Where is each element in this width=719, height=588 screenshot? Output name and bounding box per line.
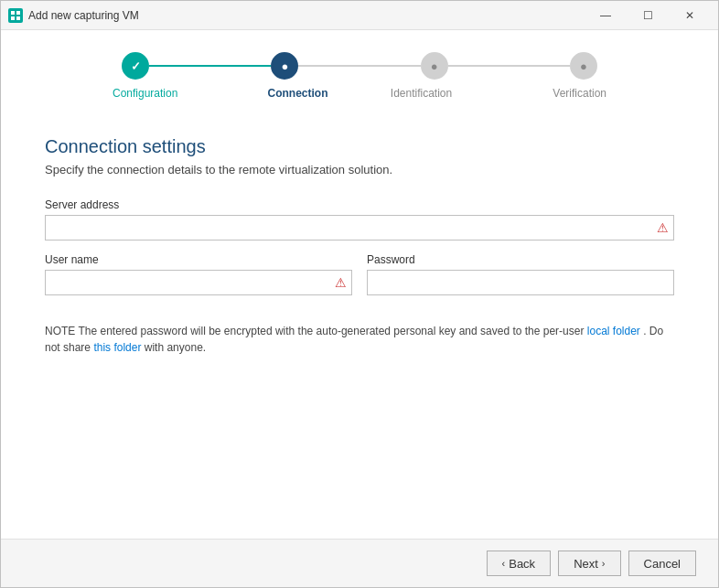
note-text: NOTE The entered password will be encryp… [45,323,674,356]
credentials-row: User name ⚠ Password [45,253,674,308]
step-line-3 [448,65,570,67]
local-folder-link[interactable]: local folder [587,325,640,337]
title-bar: Add new capturing VM — ☐ ✕ [1,1,718,30]
step-verification-circle: ● [570,52,597,80]
password-label: Password [367,253,674,266]
step-configuration-circle: ✓ [122,52,149,80]
back-chevron-icon: ‹ [502,558,506,569]
user-name-group: User name ⚠ [45,253,352,295]
svg-rect-1 [11,11,15,15]
step-identification-node: ● [421,52,448,80]
password-group: Password [367,253,674,295]
close-button[interactable]: ✕ [669,1,711,30]
password-col: Password [367,253,674,308]
section-description: Specify the connection details to the re… [45,163,674,176]
step-label-connection: Connection [236,87,360,100]
svg-rect-2 [16,11,20,15]
user-name-input[interactable] [45,270,352,295]
next-button[interactable]: Next › [558,551,620,576]
step-label-verification: Verification [483,87,606,100]
back-label: Back [509,557,535,571]
step-connection-node: ● [271,52,298,80]
window-controls: — ☐ ✕ [585,1,711,30]
note-prefix: NOTE The entered password will be encryp… [45,325,584,337]
server-address-error-icon: ⚠ [657,220,669,235]
section-title: Connection settings [45,136,674,157]
this-folder-link[interactable]: this folder [93,341,141,354]
back-button[interactable]: ‹ Back [487,551,552,576]
step-connection-circle: ● [271,52,298,80]
stepper: ✓ ● ● ● Configuration Connection Identif… [1,30,718,114]
main-window: Add new capturing VM — ☐ ✕ ✓ ● ● [0,0,719,588]
step-label-configuration: Configuration [113,87,236,100]
step-label-identification: Identification [360,87,483,100]
next-label: Next [574,557,598,571]
window-title: Add new capturing VM [28,9,585,22]
password-wrapper [367,270,674,295]
footer: ‹ Back Next › Cancel [1,539,718,587]
user-name-label: User name [45,253,352,266]
stepper-track: ✓ ● ● ● [122,52,597,80]
step-line-1 [149,65,271,67]
server-address-wrapper: ⚠ [45,215,674,241]
stepper-labels: Configuration Connection Identification … [122,87,597,100]
user-name-wrapper: ⚠ [45,270,352,295]
step-configuration-node: ✓ [122,52,149,80]
user-name-error-icon: ⚠ [335,275,347,290]
app-icon [8,8,23,23]
svg-rect-0 [8,8,23,23]
svg-rect-3 [11,16,15,20]
step-line-2 [298,65,420,67]
server-address-input[interactable] [45,215,674,241]
content-area: Connection settings Specify the connecti… [1,114,718,539]
step-identification-circle: ● [421,52,448,80]
server-address-label: Server address [45,198,674,211]
user-name-col: User name ⚠ [45,253,352,308]
server-address-group: Server address ⚠ [45,198,674,241]
note-suffix: with anyone. [145,341,206,354]
step-verification-node: ● [570,52,597,80]
minimize-button[interactable]: — [585,1,627,30]
password-input[interactable] [367,270,674,295]
cancel-button[interactable]: Cancel [628,551,696,576]
cancel-label: Cancel [644,557,681,571]
maximize-button[interactable]: ☐ [627,1,669,30]
next-chevron-icon: › [602,558,606,569]
svg-rect-4 [16,16,20,20]
